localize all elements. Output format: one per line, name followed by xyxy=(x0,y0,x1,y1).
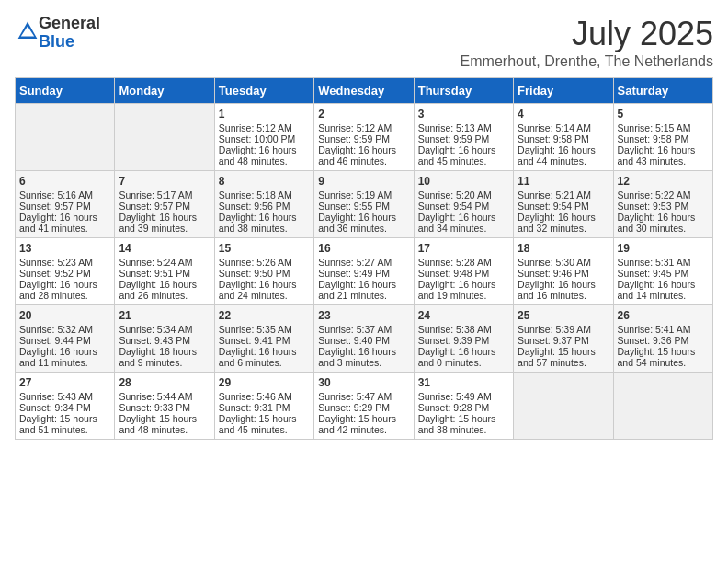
calendar-cell: 16Sunrise: 5:27 AMSunset: 9:49 PMDayligh… xyxy=(314,238,414,305)
day-number: 24 xyxy=(418,309,509,322)
sunrise-text: Sunrise: 5:16 AM xyxy=(19,190,110,201)
sunset-text: Sunset: 9:41 PM xyxy=(219,335,310,346)
sunset-text: Sunset: 9:46 PM xyxy=(518,268,609,279)
day-number: 18 xyxy=(518,242,609,255)
sunrise-text: Sunrise: 5:23 AM xyxy=(19,257,110,268)
daylight-text: Daylight: 16 hours and 34 minutes. xyxy=(418,212,509,234)
sunrise-text: Sunrise: 5:47 AM xyxy=(318,391,409,402)
calendar-week-row: 13Sunrise: 5:23 AMSunset: 9:52 PMDayligh… xyxy=(16,238,713,305)
sunrise-text: Sunrise: 5:22 AM xyxy=(618,190,709,201)
logo-blue: Blue xyxy=(39,32,74,51)
logo-icon xyxy=(17,20,39,42)
sunset-text: Sunset: 9:56 PM xyxy=(219,201,310,212)
daylight-text: Daylight: 15 hours and 48 minutes. xyxy=(119,413,210,435)
sunrise-text: Sunrise: 5:13 AM xyxy=(418,122,509,133)
daylight-text: Daylight: 15 hours and 57 minutes. xyxy=(518,346,609,368)
sunrise-text: Sunrise: 5:37 AM xyxy=(318,324,409,335)
weekday-header-row: SundayMondayTuesdayWednesdayThursdayFrid… xyxy=(16,78,713,104)
calendar-cell: 27Sunrise: 5:43 AMSunset: 9:34 PMDayligh… xyxy=(16,373,115,440)
calendar-cell: 5Sunrise: 5:15 AMSunset: 9:58 PMDaylight… xyxy=(613,104,712,171)
day-number: 9 xyxy=(318,175,409,188)
day-number: 7 xyxy=(119,175,210,188)
day-number: 22 xyxy=(219,309,310,322)
page-header: General Blue July 2025 Emmerhout, Drenth… xyxy=(15,15,713,70)
sunrise-text: Sunrise: 5:28 AM xyxy=(418,257,509,268)
sunset-text: Sunset: 9:57 PM xyxy=(119,201,210,212)
day-number: 21 xyxy=(119,309,210,322)
calendar-cell: 22Sunrise: 5:35 AMSunset: 9:41 PMDayligh… xyxy=(214,305,313,373)
sunrise-text: Sunrise: 5:24 AM xyxy=(119,257,210,268)
sunrise-text: Sunrise: 5:35 AM xyxy=(219,324,310,335)
sunrise-text: Sunrise: 5:18 AM xyxy=(219,190,310,201)
daylight-text: Daylight: 15 hours and 38 minutes. xyxy=(418,413,509,435)
daylight-text: Daylight: 16 hours and 43 minutes. xyxy=(618,144,709,167)
day-number: 1 xyxy=(219,108,310,121)
day-number: 13 xyxy=(19,242,110,255)
sunrise-text: Sunrise: 5:19 AM xyxy=(318,190,409,201)
day-number: 28 xyxy=(119,376,210,389)
sunrise-text: Sunrise: 5:30 AM xyxy=(518,257,609,268)
daylight-text: Daylight: 16 hours and 30 minutes. xyxy=(618,212,709,234)
sunset-text: Sunset: 9:40 PM xyxy=(318,335,409,346)
day-number: 31 xyxy=(418,376,509,389)
sunrise-text: Sunrise: 5:43 AM xyxy=(19,391,110,402)
sunset-text: Sunset: 9:54 PM xyxy=(418,201,509,212)
logo: General Blue xyxy=(15,15,100,52)
sunset-text: Sunset: 9:59 PM xyxy=(318,133,409,144)
calendar-cell: 23Sunrise: 5:37 AMSunset: 9:40 PMDayligh… xyxy=(314,305,414,373)
sunset-text: Sunset: 10:00 PM xyxy=(219,133,310,144)
daylight-text: Daylight: 16 hours and 28 minutes. xyxy=(19,279,110,301)
day-number: 23 xyxy=(318,309,409,322)
weekday-header: Saturday xyxy=(613,78,712,104)
calendar-cell: 21Sunrise: 5:34 AMSunset: 9:43 PMDayligh… xyxy=(115,305,214,373)
sunset-text: Sunset: 9:39 PM xyxy=(418,335,509,346)
calendar-cell: 30Sunrise: 5:47 AMSunset: 9:29 PMDayligh… xyxy=(314,373,414,440)
weekday-header: Tuesday xyxy=(214,78,313,104)
calendar-cell: 6Sunrise: 5:16 AMSunset: 9:57 PMDaylight… xyxy=(16,171,115,238)
daylight-text: Daylight: 15 hours and 45 minutes. xyxy=(219,413,310,435)
calendar-cell: 26Sunrise: 5:41 AMSunset: 9:36 PMDayligh… xyxy=(613,305,712,373)
day-number: 17 xyxy=(418,242,509,255)
day-number: 20 xyxy=(19,309,110,322)
calendar-cell: 20Sunrise: 5:32 AMSunset: 9:44 PMDayligh… xyxy=(16,305,115,373)
sunset-text: Sunset: 9:53 PM xyxy=(618,201,709,212)
weekday-header: Sunday xyxy=(16,78,115,104)
calendar-cell: 8Sunrise: 5:18 AMSunset: 9:56 PMDaylight… xyxy=(214,171,313,238)
calendar-cell: 29Sunrise: 5:46 AMSunset: 9:31 PMDayligh… xyxy=(214,373,313,440)
daylight-text: Daylight: 16 hours and 9 minutes. xyxy=(119,346,210,368)
sunrise-text: Sunrise: 5:20 AM xyxy=(418,190,509,201)
calendar-cell xyxy=(16,104,115,171)
sunrise-text: Sunrise: 5:21 AM xyxy=(518,190,609,201)
daylight-text: Daylight: 16 hours and 3 minutes. xyxy=(318,346,409,368)
calendar-cell: 10Sunrise: 5:20 AMSunset: 9:54 PMDayligh… xyxy=(414,171,513,238)
day-number: 25 xyxy=(518,309,609,322)
calendar-cell: 14Sunrise: 5:24 AMSunset: 9:51 PMDayligh… xyxy=(115,238,214,305)
sunrise-text: Sunrise: 5:44 AM xyxy=(119,391,210,402)
calendar-cell: 12Sunrise: 5:22 AMSunset: 9:53 PMDayligh… xyxy=(613,171,712,238)
calendar-cell: 15Sunrise: 5:26 AMSunset: 9:50 PMDayligh… xyxy=(214,238,313,305)
calendar-week-row: 27Sunrise: 5:43 AMSunset: 9:34 PMDayligh… xyxy=(16,373,713,440)
sunrise-text: Sunrise: 5:34 AM xyxy=(119,324,210,335)
calendar-cell: 7Sunrise: 5:17 AMSunset: 9:57 PMDaylight… xyxy=(115,171,214,238)
sunset-text: Sunset: 9:58 PM xyxy=(518,133,609,144)
daylight-text: Daylight: 16 hours and 39 minutes. xyxy=(119,212,210,234)
daylight-text: Daylight: 16 hours and 46 minutes. xyxy=(318,144,409,167)
sunset-text: Sunset: 9:48 PM xyxy=(418,268,509,279)
daylight-text: Daylight: 16 hours and 41 minutes. xyxy=(19,212,110,234)
daylight-text: Daylight: 16 hours and 21 minutes. xyxy=(318,279,409,301)
daylight-text: Daylight: 16 hours and 48 minutes. xyxy=(219,144,310,167)
daylight-text: Daylight: 16 hours and 6 minutes. xyxy=(219,346,310,368)
sunrise-text: Sunrise: 5:31 AM xyxy=(618,257,709,268)
sunrise-text: Sunrise: 5:49 AM xyxy=(418,391,509,402)
day-number: 26 xyxy=(618,309,709,322)
day-number: 8 xyxy=(219,175,310,188)
calendar-cell: 9Sunrise: 5:19 AMSunset: 9:55 PMDaylight… xyxy=(314,171,414,238)
daylight-text: Daylight: 15 hours and 54 minutes. xyxy=(618,346,709,368)
daylight-text: Daylight: 16 hours and 36 minutes. xyxy=(318,212,409,234)
weekday-header: Wednesday xyxy=(314,78,414,104)
day-number: 30 xyxy=(318,376,409,389)
sunset-text: Sunset: 9:36 PM xyxy=(618,335,709,346)
sunrise-text: Sunrise: 5:46 AM xyxy=(219,391,310,402)
calendar-cell: 28Sunrise: 5:44 AMSunset: 9:33 PMDayligh… xyxy=(115,373,214,440)
day-number: 10 xyxy=(418,175,509,188)
